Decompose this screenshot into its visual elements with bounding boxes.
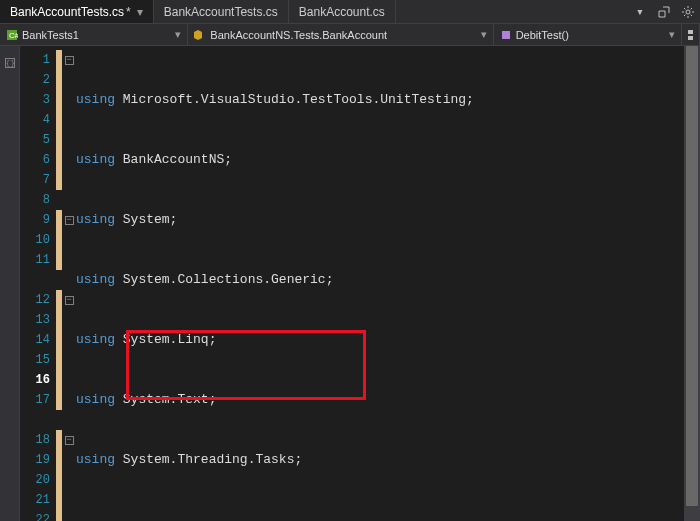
collapse-margin[interactable]: {}: [0, 46, 20, 521]
line-number: 2: [20, 70, 56, 90]
line-number: 13: [20, 310, 56, 330]
nav-member-label: DebitTest(): [516, 29, 569, 41]
promote-tab-icon[interactable]: [652, 0, 676, 23]
code-editor[interactable]: {} 1 2 3 4 5 6 7 8 9 10 11 12 13 14 15 1…: [0, 46, 700, 521]
line-number: 9: [20, 210, 56, 230]
nav-member[interactable]: DebitTest() ▾: [494, 24, 682, 45]
fold-toggle[interactable]: −: [62, 210, 76, 230]
svg-rect-5: [688, 36, 693, 40]
chevron-down-icon: ▾: [175, 28, 181, 41]
code-navigation-bar: C# BankTests1 ▾ BankAccountNS.Tests.Bank…: [0, 24, 700, 46]
line-number: 4: [20, 110, 56, 130]
fold-toggle[interactable]: −: [62, 290, 76, 310]
nav-project-label: BankTests1: [22, 29, 79, 41]
fold-toggle[interactable]: −: [62, 50, 76, 70]
line-number: 3: [20, 90, 56, 110]
tab-bankaccounttests[interactable]: BankAccountTests.cs: [154, 0, 289, 23]
line-number: 15: [20, 350, 56, 370]
split-editor-icon[interactable]: [682, 24, 700, 45]
nav-namespace[interactable]: BankAccountNS.Tests.BankAccount ▾: [188, 24, 493, 45]
tab-label: BankAccountTests.cs: [10, 5, 124, 19]
line-number: 14: [20, 330, 56, 350]
line-number: 12: [20, 290, 56, 310]
line-number-current: 16: [20, 370, 56, 390]
line-number: 10: [20, 230, 56, 250]
line-number: 8: [20, 190, 56, 210]
modified-indicator: *: [126, 5, 131, 19]
tab-dropdown-icon[interactable]: ▾: [137, 5, 143, 19]
line-number: 21: [20, 490, 56, 510]
line-number: 22: [20, 510, 56, 521]
tab-bankaccount[interactable]: BankAccount.cs: [289, 0, 396, 23]
line-number: [20, 410, 56, 430]
chevron-down-icon: ▾: [669, 28, 675, 41]
tab-bankaccounttests-modified[interactable]: BankAccountTests.cs* ▾: [0, 0, 154, 23]
method-icon: [500, 29, 512, 41]
line-number: 5: [20, 130, 56, 150]
svg-rect-3: [502, 31, 510, 39]
line-number: 1: [20, 50, 56, 70]
nav-project[interactable]: C# BankTests1 ▾: [0, 24, 188, 45]
line-number: [20, 270, 56, 290]
line-number: 7: [20, 170, 56, 190]
svg-rect-4: [688, 30, 693, 34]
line-number: 11: [20, 250, 56, 270]
line-number: 20: [20, 470, 56, 490]
window-dropdown-icon[interactable]: ▾: [628, 0, 652, 23]
chevron-down-icon: ▾: [481, 28, 487, 41]
line-number-gutter: 1 2 3 4 5 6 7 8 9 10 11 12 13 14 15 16 1…: [20, 46, 56, 521]
scrollbar-thumb[interactable]: [686, 46, 698, 506]
vertical-scrollbar[interactable]: [684, 46, 700, 521]
code-area[interactable]: using Microsoft.VisualStudio.TestTools.U…: [76, 46, 700, 521]
tab-strip: BankAccountTests.cs* ▾ BankAccountTests.…: [0, 0, 700, 24]
line-number: 19: [20, 450, 56, 470]
svg-point-0: [686, 10, 690, 14]
line-number: 17: [20, 390, 56, 410]
tab-label: BankAccountTests.cs: [164, 5, 278, 19]
line-number: 18: [20, 430, 56, 450]
fold-toggle[interactable]: −: [62, 430, 76, 450]
class-icon: [194, 29, 206, 41]
settings-icon[interactable]: [676, 0, 700, 23]
line-number: 6: [20, 150, 56, 170]
tab-label: BankAccount.cs: [299, 5, 385, 19]
nav-namespace-label: BankAccountNS.Tests.BankAccount: [210, 29, 387, 41]
csharp-project-icon: C#: [6, 29, 18, 41]
fold-column: − − − −: [62, 46, 76, 521]
svg-text:C#: C#: [9, 31, 18, 40]
